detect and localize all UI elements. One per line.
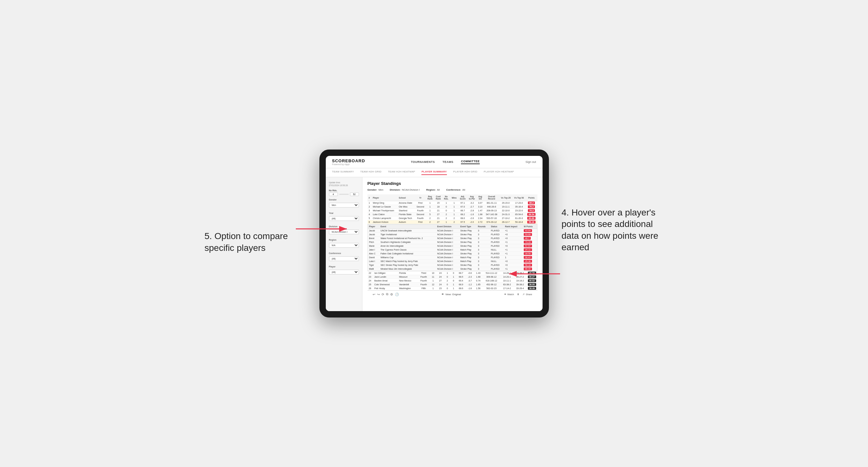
filter-conference-value: All bbox=[462, 188, 465, 191]
share-icon: ↗ bbox=[523, 293, 525, 296]
cell-points[interactable]: 68.54 bbox=[526, 213, 537, 216]
cell-points[interactable]: 70.2 bbox=[526, 209, 537, 213]
cell-points[interactable]: 58.18 bbox=[526, 220, 537, 224]
cell-player: Christo Lamprecht bbox=[371, 216, 398, 220]
tooltip-cell-w-points: 18.50 bbox=[523, 252, 537, 256]
player-label: Player bbox=[329, 266, 359, 268]
tooltip-cell-rounds: 3 bbox=[476, 256, 490, 259]
cell-wins: 2 bbox=[450, 220, 458, 224]
rds-min-input[interactable] bbox=[329, 192, 338, 196]
filter-gender-value: Men bbox=[378, 188, 383, 191]
tooltip-cell-type: Match Play bbox=[459, 256, 476, 259]
region-select[interactable]: N/A bbox=[329, 243, 359, 248]
cell-adj-score: 67.0 bbox=[458, 205, 467, 209]
tooltip-cell-rounds: 3 bbox=[476, 259, 490, 263]
redo-icon[interactable]: ↪ bbox=[377, 292, 380, 296]
view-original-label: View: Original bbox=[445, 293, 461, 296]
gender-select[interactable]: Men bbox=[329, 203, 359, 208]
tooltip-cell-status: NULL bbox=[490, 259, 504, 263]
tooltip-cell-status: PLAYED bbox=[490, 233, 504, 237]
tooltip-row: Jacob UNCW Seahawk Intercollegiate NCAA … bbox=[368, 229, 537, 233]
cell-overall: 547-142-38 bbox=[484, 213, 499, 216]
subnav-player-h2h-heatmap[interactable]: PLAYER H2H HEATMAP bbox=[484, 170, 514, 175]
view-original-button[interactable]: 👁 View: Original bbox=[441, 293, 461, 296]
nav-teams[interactable]: TEAMS bbox=[442, 160, 453, 163]
cell-conf-rank: 21 bbox=[434, 216, 442, 220]
col-player: Player bbox=[371, 194, 398, 201]
gender-label: Gender bbox=[329, 198, 359, 201]
undo-icon[interactable]: ↩ bbox=[373, 292, 375, 296]
subnav-player-h2h-grid[interactable]: PLAYER H2H GRID bbox=[453, 170, 477, 175]
subnav-player-summary[interactable]: PLAYER SUMMARY bbox=[422, 170, 446, 175]
player-select[interactable]: (All) bbox=[329, 270, 359, 275]
cell-school: Georgia Tech bbox=[398, 216, 415, 220]
settings-icon[interactable]: ⚙ bbox=[390, 292, 393, 296]
filter-row: Gender: Men Division: NCAA Division I Re… bbox=[368, 188, 537, 191]
table-row: 5 Christo Lamprecht Georgia Tech Fourth … bbox=[368, 216, 537, 220]
tooltip-cell-rounds: 3 bbox=[476, 248, 490, 252]
tooltip-cell-division: NCAA Division I bbox=[436, 252, 459, 256]
subnav-team-summary[interactable]: TEAM SUMMARY bbox=[332, 170, 354, 175]
conference-select[interactable]: (All) bbox=[329, 256, 359, 261]
cell-vs-top50: 23-22-0 bbox=[512, 209, 526, 213]
cell-yr: First bbox=[415, 220, 426, 224]
table-row: 1 Wenyi Ding Arizona State First 1 15 1 … bbox=[368, 201, 537, 205]
tooltip-cell-event: The Cypress Point Classic bbox=[379, 248, 436, 252]
tooltip-cell-event: SEC Stroke Play hosted by Jerry Pate bbox=[379, 263, 436, 267]
tooltip-cell-w-points: 24.11 bbox=[523, 248, 537, 252]
tooltip-cell-event: Wake Forest Invitational at Pinehurst No… bbox=[379, 237, 436, 240]
cell-reg-rank: 2 bbox=[426, 216, 434, 220]
cell-no-rds: 1 bbox=[442, 220, 450, 224]
tooltip-cell-w-points: 30.47 bbox=[523, 256, 537, 259]
year-label: Year bbox=[329, 212, 359, 214]
cell-wins: 1 bbox=[450, 213, 458, 216]
cell-yr: First bbox=[415, 201, 426, 205]
cell-points[interactable]: 60.89 bbox=[526, 216, 537, 220]
rds-range bbox=[329, 192, 359, 196]
share-button[interactable]: ↗ Share bbox=[523, 293, 532, 296]
rds-slider[interactable] bbox=[339, 194, 349, 195]
col-conf-rank: ConfRank bbox=[434, 194, 442, 201]
subnav-team-h2h-grid[interactable]: TEAM H2H GRID bbox=[360, 170, 381, 175]
arrow-compare-players bbox=[292, 222, 350, 235]
table-row: 25 Cole Sherwood Vanderbilt Fourth 12 24… bbox=[368, 283, 537, 287]
tooltip-cell-event: Williams Cup bbox=[379, 256, 436, 259]
download-icon[interactable]: ⬇ bbox=[517, 293, 519, 296]
subnav-team-h2h-heatmap[interactable]: TEAM H2H HEATMAP bbox=[388, 170, 415, 175]
standings-table: # Player School Yr RegRank ConfRank NoRd… bbox=[368, 194, 537, 224]
watch-button[interactable]: 👁 Watch bbox=[504, 293, 514, 296]
tooltip-col-player: Player bbox=[368, 224, 379, 229]
copy-icon[interactable]: ⧉ bbox=[386, 292, 388, 296]
cell-player: Wenyi Ding bbox=[371, 201, 398, 205]
cell-points[interactable]: 76.2 bbox=[526, 205, 537, 209]
tooltip-col-event: Event bbox=[379, 224, 436, 229]
col-reg-rank: RegRank bbox=[426, 194, 434, 201]
cell-points[interactable]: 88.2 bbox=[526, 201, 537, 205]
cell-reg-rank: 5 bbox=[426, 213, 434, 216]
tooltip-cell-status: PLAYED bbox=[490, 252, 504, 256]
tooltip-cell-rank-impact: +0 bbox=[504, 233, 523, 237]
cell-vs-top50: 61-20-3 bbox=[512, 216, 526, 220]
refresh-icon[interactable]: ⟳ bbox=[381, 292, 384, 296]
nav-tournaments[interactable]: TOURNAMENTS bbox=[411, 160, 435, 163]
cell-school: Stanford bbox=[398, 209, 415, 213]
cell-to-par: -3.2 bbox=[467, 201, 476, 205]
annotation-hover-points: 4. Hover over a player's points to see a… bbox=[562, 207, 664, 253]
tooltip-cell-player: Marie bbox=[368, 244, 379, 248]
year-select[interactable]: (All) bbox=[329, 216, 359, 221]
tooltip-cell-type: Stroke Play bbox=[459, 240, 476, 244]
clock-icon[interactable]: 🕐 bbox=[395, 292, 399, 296]
tooltip-cell-status: PLAYED bbox=[490, 229, 504, 233]
tooltip-row: Luke I SEC Match Play hosted by Jerry Pa… bbox=[368, 259, 537, 263]
rds-max-input[interactable] bbox=[350, 192, 359, 196]
cell-yr: Fourth bbox=[415, 216, 426, 220]
nav-committee[interactable]: COMMITTEE bbox=[461, 160, 480, 164]
sign-out-button[interactable]: Sign out bbox=[525, 160, 536, 163]
cell-overall: 208-09-13 bbox=[484, 209, 499, 213]
tooltip-cell-rounds: 3 bbox=[476, 263, 490, 267]
tooltip-cell-event: Southern Highlands Collegiate bbox=[379, 240, 436, 244]
logo: SCOREBOARD bbox=[332, 158, 365, 163]
bottom-bar: ↩ ↪ ⟳ ⧉ ⚙ 🕐 👁 View: Original bbox=[368, 290, 537, 298]
filter-conference-label: Conference: bbox=[446, 188, 461, 191]
filter-division-label: Division: bbox=[390, 188, 401, 191]
